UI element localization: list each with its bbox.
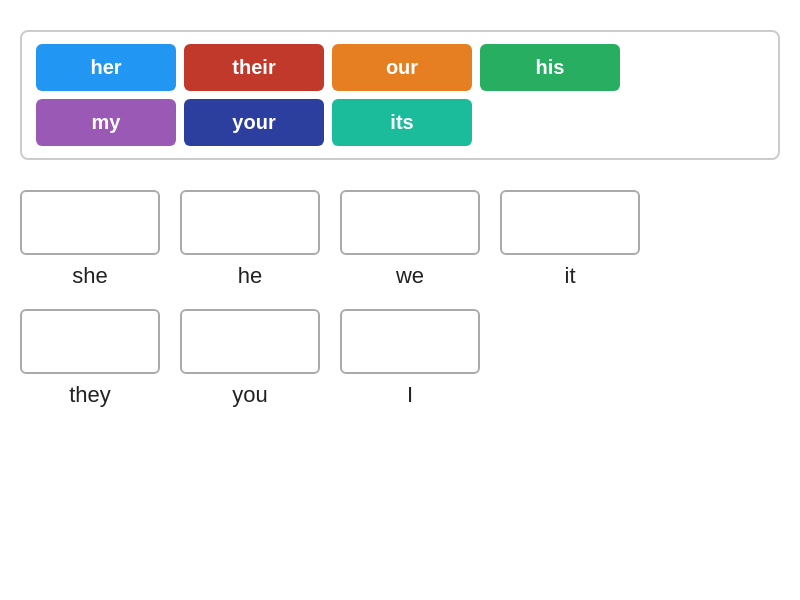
drop-box-you[interactable]: [180, 309, 320, 374]
drop-label-I: I: [407, 382, 413, 408]
drop-label-they: they: [69, 382, 111, 408]
drop-row-0: sheheweit: [20, 190, 780, 289]
drop-item-we: we: [340, 190, 480, 289]
drop-item-he: he: [180, 190, 320, 289]
drop-box-she[interactable]: [20, 190, 160, 255]
drop-label-you: you: [232, 382, 267, 408]
drop-box-we[interactable]: [340, 190, 480, 255]
word-tile-my[interactable]: my: [36, 99, 176, 146]
drop-area: sheheweittheyyouI: [20, 190, 780, 408]
word-tile-your[interactable]: your: [184, 99, 324, 146]
word-tile-her[interactable]: her: [36, 44, 176, 91]
drop-box-they[interactable]: [20, 309, 160, 374]
word-tile-our[interactable]: our: [332, 44, 472, 91]
drop-label-we: we: [396, 263, 424, 289]
drop-label-it: it: [565, 263, 576, 289]
drop-row-1: theyyouI: [20, 309, 780, 408]
drop-box-it[interactable]: [500, 190, 640, 255]
drop-box-I[interactable]: [340, 309, 480, 374]
word-tile-his[interactable]: his: [480, 44, 620, 91]
word-bank: hertheirourhismyyourits: [20, 30, 780, 160]
drop-item-she: she: [20, 190, 160, 289]
drop-item-you: you: [180, 309, 320, 408]
drop-box-he[interactable]: [180, 190, 320, 255]
word-tile-their[interactable]: their: [184, 44, 324, 91]
drop-item-it: it: [500, 190, 640, 289]
drop-item-I: I: [340, 309, 480, 408]
drop-label-he: he: [238, 263, 262, 289]
drop-item-they: they: [20, 309, 160, 408]
word-tile-its[interactable]: its: [332, 99, 472, 146]
drop-label-she: she: [72, 263, 107, 289]
